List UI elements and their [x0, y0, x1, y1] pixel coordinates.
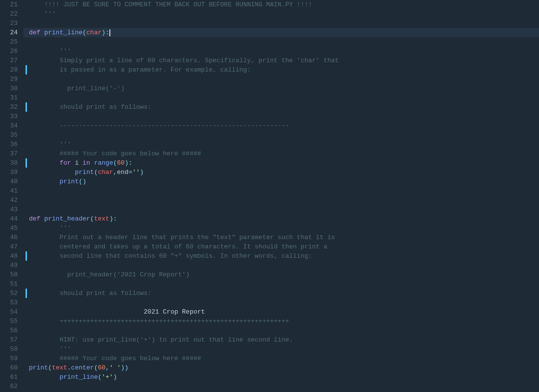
token-punctuation: ( [82, 28, 86, 37]
line-number-49: 49 [0, 261, 24, 270]
token-docstring: should print as follows: [29, 289, 152, 298]
line-number-62: 62 [0, 382, 24, 391]
code-line-25 [24, 37, 539, 47]
token-docstring: HINT: use print_line('+') to print out t… [29, 335, 293, 344]
no-indicator [26, 298, 27, 307]
code-line-62 [24, 382, 539, 391]
token-param: text [94, 214, 109, 223]
code-line-23 [24, 19, 539, 28]
code-line-38: for i in range(60): [24, 158, 539, 168]
token-docstring: print_line('-') [29, 84, 125, 93]
line-number-61: 61 [0, 372, 24, 382]
no-indicator [26, 47, 27, 56]
token-docstring: should print as follows: [29, 102, 152, 112]
no-indicator [26, 344, 27, 354]
code-line-29 [24, 74, 539, 84]
line-number-24: 24 [0, 28, 24, 37]
token-fn-name: print_line [44, 28, 82, 37]
token-text-normal: i [75, 158, 79, 168]
line-number-39: 39 [0, 168, 24, 177]
no-indicator [26, 177, 27, 186]
line-number-25: 25 [0, 37, 24, 47]
code-line-54: 2021 Crop Report [24, 307, 539, 317]
token-text-normal [40, 28, 44, 37]
token-docstring: ''' [29, 140, 71, 149]
code-line-35 [24, 130, 539, 140]
token-punctuation: , [113, 168, 117, 177]
token-string: '' [132, 168, 140, 177]
no-indicator [26, 56, 27, 65]
line-number-52: 52 [0, 289, 24, 298]
token-builtin: range [94, 158, 113, 168]
token-punctuation: ( [98, 372, 102, 382]
line-number-48: 48 [0, 251, 24, 261]
line-number-46: 46 [0, 233, 24, 242]
line-number-59: 59 [0, 354, 24, 363]
no-indicator [26, 19, 27, 28]
token-builtin: print [29, 363, 48, 372]
code-line-30: print_line('-') [24, 84, 539, 93]
token-text-comment: !!!! JUST BE SURE TO COMMENT THEM BACK O… [29, 0, 312, 9]
token-punctuation: , [105, 363, 109, 372]
token-builtin: print [75, 168, 94, 177]
no-indicator [26, 223, 27, 233]
line-number-43: 43 [0, 205, 24, 214]
line-number-44: 44 [0, 214, 24, 223]
token-line-dashes: ----------------------------------------… [29, 121, 289, 130]
token-kw-in: in [82, 158, 90, 168]
line-number-35: 35 [0, 130, 24, 140]
token-punctuation: ( [48, 363, 52, 372]
line-number-58: 58 [0, 344, 24, 354]
line-number-27: 27 [0, 56, 24, 65]
code-line-59: ##### Your code goes below here ##### [24, 354, 539, 363]
token-string: ' ' [109, 363, 121, 372]
code-line-39: print(char,end='') [24, 168, 539, 177]
token-fn-name: print_line [59, 372, 98, 382]
no-indicator [26, 130, 27, 140]
line-number-51: 51 [0, 279, 24, 289]
token-punctuation: ( [94, 363, 98, 372]
token-text-normal [78, 158, 82, 168]
token-punctuation: ( [94, 168, 98, 177]
token-hash-comment: ##### Your code goes below here ##### [29, 354, 201, 363]
no-indicator [26, 363, 27, 372]
line-number-22: 22 [0, 9, 24, 19]
line-number-40: 40 [0, 177, 24, 186]
token-punctuation: ( [113, 158, 117, 168]
no-indicator [26, 205, 27, 214]
code-line-55: ++++++++++++++++++++++++++++++++++++++++… [24, 317, 539, 326]
no-indicator [26, 74, 27, 84]
token-kw-def: def [29, 28, 40, 37]
code-content[interactable]: !!!! JUST BE SURE TO COMMENT THEM BACK O… [24, 0, 539, 392]
token-kw-def: def [29, 214, 40, 223]
line-number-28: 28 [0, 65, 24, 74]
code-line-48: second line that contains 60 "+" symbols… [24, 251, 539, 261]
no-indicator [26, 261, 27, 270]
line-number-31: 31 [0, 93, 24, 102]
code-line-27: Simply print a line of 60 characters. Sp… [24, 56, 539, 65]
no-indicator [26, 84, 27, 93]
token-docstring: ''' [29, 223, 71, 233]
code-line-28: is passed in as a parameter. For example… [24, 65, 539, 74]
no-indicator [26, 279, 27, 289]
token-punctuation: . [67, 363, 71, 372]
no-indicator [26, 186, 27, 196]
line-number-34: 34 [0, 121, 24, 130]
line-number-42: 42 [0, 196, 24, 205]
token-line-plus: ++++++++++++++++++++++++++++++++++++++++… [29, 317, 289, 326]
code-line-21: !!!! JUST BE SURE TO COMMENT THEM BACK O… [24, 0, 539, 9]
token-builtin: print [59, 177, 78, 186]
line-number-30: 30 [0, 84, 24, 93]
token-fn-name: print_header [44, 214, 90, 223]
line-number-50: 50 [0, 270, 24, 279]
token-punctuation: ): [125, 158, 132, 168]
code-line-52: should print as follows: [24, 289, 539, 298]
code-line-51 [24, 279, 539, 289]
line-number-38: 38 [0, 158, 24, 168]
no-indicator [26, 0, 27, 9]
code-line-41 [24, 186, 539, 196]
code-line-33 [24, 112, 539, 121]
token-punctuation: ( [90, 214, 94, 223]
token-docstring: centered and takes up a total of 60 char… [29, 242, 328, 251]
no-indicator [26, 242, 27, 251]
